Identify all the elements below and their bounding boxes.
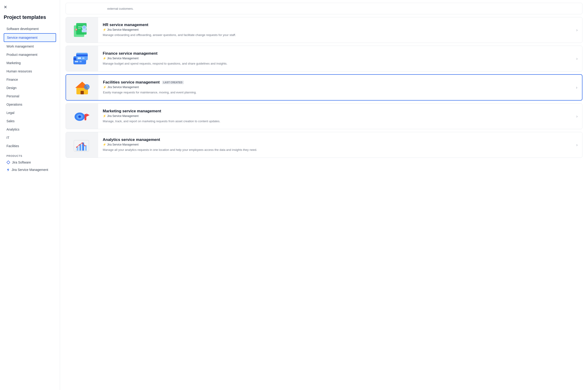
- card-chevron: ›: [572, 143, 582, 147]
- card-image-marketing-service-management: [66, 103, 98, 129]
- svg-text:🔧: 🔧: [85, 85, 90, 89]
- card-title: Finance service management: [103, 51, 567, 56]
- jira-bolt-icon: ⚡: [103, 143, 106, 146]
- card-product: ⚡ Jira Service Management: [103, 86, 567, 89]
- close-button[interactable]: ✕: [4, 5, 7, 10]
- card-body-facilities-service-management: Facilities service management LAST CREAT…: [98, 76, 571, 98]
- finance-illustration: [71, 49, 92, 68]
- card-body-marketing-service-management: Marketing service management ⚡ Jira Serv…: [98, 105, 572, 127]
- card-marketing-service-management[interactable]: Marketing service management ⚡ Jira Serv…: [65, 103, 583, 129]
- last-created-badge: LAST CREATED: [162, 81, 184, 84]
- diamond-icon: [6, 160, 10, 164]
- svg-rect-28: [84, 114, 86, 120]
- sidebar-item-marketing[interactable]: Marketing: [4, 59, 56, 67]
- svg-point-5: [83, 26, 86, 29]
- sidebar-item-personal[interactable]: Personal: [4, 92, 56, 100]
- jira-bolt-icon: ⚡: [103, 57, 106, 60]
- jira-bolt-icon: ⚡: [103, 114, 106, 118]
- card-chevron: ›: [572, 114, 582, 119]
- sidebar-item-software-development[interactable]: Software development: [4, 25, 56, 33]
- bolt-icon: [6, 168, 10, 172]
- card-image-facilities-service-management: 🔧: [66, 75, 98, 100]
- svg-rect-8: [78, 28, 81, 29]
- analytics-illustration: [71, 136, 92, 154]
- card-chevron: ›: [572, 28, 582, 33]
- product-label: Jira Service Management: [11, 168, 48, 172]
- card-analytics-service-management[interactable]: Analytics service management ⚡ Jira Serv…: [65, 132, 583, 158]
- card-finance-service-management[interactable]: Finance service management ⚡ Jira Servic…: [65, 46, 583, 71]
- card-chevron: ›: [571, 85, 582, 90]
- svg-rect-19: [82, 57, 84, 59]
- sidebar-item-design[interactable]: Design: [4, 84, 56, 92]
- card-description: Easily manage requests for maintenance, …: [103, 90, 567, 95]
- svg-rect-22: [81, 91, 84, 94]
- facilities-illustration: 🔧: [72, 78, 93, 97]
- card-image-finance-service-management: [66, 46, 98, 71]
- card-facilities-service-management[interactable]: 🔧 Facilities service management LAST CRE…: [65, 74, 583, 100]
- card-title: Marketing service management: [103, 109, 567, 113]
- sidebar: ✕ Project templates Software development…: [0, 0, 60, 390]
- card-image-analytics-service-management: [66, 132, 98, 157]
- marketing-illustration: [71, 107, 92, 125]
- sidebar-item-work-management[interactable]: Work management: [4, 43, 56, 50]
- product-item-jira-service-management[interactable]: Jira Service Management: [4, 166, 56, 173]
- svg-point-37: [76, 147, 77, 148]
- svg-point-40: [84, 145, 86, 146]
- card-title: Analytics service management: [103, 138, 567, 142]
- svg-rect-16: [76, 53, 88, 60]
- sidebar-item-service-management[interactable]: Service management: [4, 33, 56, 42]
- card-body-finance-service-management: Finance service management ⚡ Jira Servic…: [98, 48, 572, 70]
- svg-rect-18: [78, 57, 81, 59]
- sidebar-item-facilities[interactable]: Facilities: [4, 142, 56, 150]
- card-image-hr-service-management: [66, 17, 98, 43]
- svg-rect-7: [78, 27, 82, 27]
- sidebar-item-product-management[interactable]: Product management: [4, 51, 56, 59]
- svg-marker-1: [7, 168, 9, 171]
- card-product: ⚡ Jira Service Management: [103, 143, 567, 146]
- card-title: HR service management: [103, 23, 567, 27]
- card-description: Manage, track, and report on marketing r…: [103, 119, 567, 124]
- card-product: ⚡ Jira Service Management: [103, 57, 567, 60]
- card-description: Manage onboarding and offboarding, answe…: [103, 33, 567, 37]
- card-chevron: ›: [572, 56, 582, 61]
- card-product: ⚡ Jira Service Management: [103, 114, 567, 118]
- card-description: Manage all your analytics requests in on…: [103, 147, 567, 152]
- product-item-jira-software[interactable]: Jira Software: [4, 159, 56, 166]
- svg-rect-6: [82, 30, 87, 32]
- jira-bolt-icon: ⚡: [103, 86, 107, 89]
- card-product: ⚡ Jira Service Management: [103, 28, 567, 31]
- sidebar-item-operations[interactable]: Operations: [4, 100, 56, 108]
- sidebar-item-human-resources[interactable]: Human resources: [4, 67, 56, 75]
- sidebar-item-legal[interactable]: Legal: [4, 109, 56, 117]
- svg-marker-0: [7, 161, 10, 164]
- sidebar-item-finance[interactable]: Finance: [4, 76, 56, 84]
- svg-point-27: [78, 116, 81, 118]
- product-label: Jira Software: [12, 160, 31, 164]
- svg-point-39: [82, 143, 83, 144]
- svg-point-38: [79, 144, 80, 146]
- sidebar-item-analytics[interactable]: Analytics: [4, 125, 56, 133]
- card-description: Manage budget and spend requests, respon…: [103, 61, 567, 66]
- card-body-analytics-service-management: Analytics service management ⚡ Jira Serv…: [98, 134, 572, 156]
- main-content: external customers. HR service managemen…: [60, 0, 588, 390]
- svg-rect-14: [75, 61, 78, 62]
- card-hr-service-management[interactable]: HR service management ⚡ Jira Service Man…: [65, 17, 583, 43]
- card-body-hr-service-management: HR service management ⚡ Jira Service Man…: [98, 19, 572, 41]
- products-label: PRODUCTS: [4, 152, 56, 159]
- svg-rect-15: [79, 61, 82, 62]
- sidebar-nav: Software developmentService managementWo…: [4, 25, 56, 150]
- jira-bolt-icon: ⚡: [103, 28, 106, 31]
- sidebar-title: Project templates: [4, 14, 56, 20]
- hr-illustration: [71, 21, 92, 39]
- svg-rect-17: [76, 54, 88, 56]
- svg-marker-29: [86, 113, 90, 117]
- sidebar-item-it[interactable]: IT: [4, 134, 56, 142]
- sidebar-item-sales[interactable]: Sales: [4, 117, 56, 125]
- card-title: Facilities service management LAST CREAT…: [103, 80, 567, 85]
